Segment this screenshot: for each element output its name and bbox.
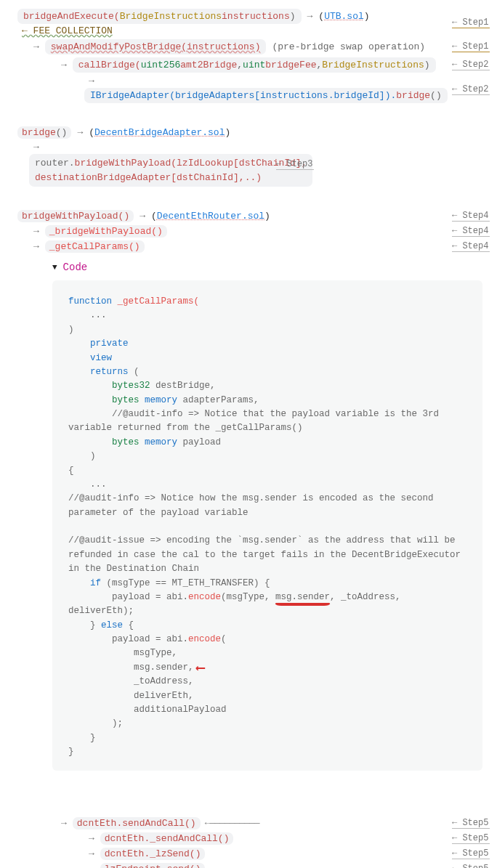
type: BridgeInstructions [322, 60, 424, 70]
call-bridgeWithPayload-top: bridgeWithPayload() → (DecentEthRouter.s… [0, 208, 497, 224]
code-line: additionalPayload [68, 705, 227, 715]
chip-ibridgeadapter: IBridgeAdapter(bridgeAdapters[instructio… [84, 88, 448, 103]
call-_getCallParams: → _getCallParams() ← Step4 [0, 239, 497, 254]
code-line: } [68, 747, 74, 757]
arrow-right: → [33, 41, 39, 52]
file-link-decentethrouter[interactable]: DecentEthRouter.sol [157, 211, 264, 222]
chip-bridgeAndExecute: bridgeAndExecute(BridgeInstructions inst… [17, 9, 302, 24]
code-line: ... [68, 479, 107, 490]
step-label: ← Step4 [452, 241, 490, 252]
kw: private [68, 338, 129, 349]
kw: else [101, 620, 123, 630]
chip-sendAndCall: dcntEth.sendAndCall() [73, 817, 201, 830]
arrow-right: → [33, 142, 39, 153]
step-label: ← Step4 [452, 226, 490, 237]
chip-lzEndpoint-send: lzEndpoint.send() [100, 863, 206, 868]
kw: memory [145, 437, 177, 447]
call-_bridgeWithPayload: → _bridgeWithPayload() ← Step4 [0, 224, 497, 239]
sep: , [237, 60, 243, 70]
arrow-right: → [89, 76, 94, 86]
code-line: (msgType, [221, 592, 275, 602]
code-line: destBridge, [150, 381, 216, 391]
step-label: ← Step2 [452, 84, 490, 95]
type: uint [243, 60, 265, 70]
chip-_sendAndCall: dcntEth._sendAndCall() [100, 832, 234, 845]
code-line: (msgType == MT_ETH_TRANSFER) { [101, 578, 270, 588]
code-toggle[interactable]: ▼ Code [52, 261, 497, 273]
code-line: deliverEth, [68, 691, 194, 701]
file-link-decentbridgeadapter[interactable]: DecentBridgeAdapter.sol [94, 127, 225, 138]
comment: //@audit-info => Notice that the payload… [68, 409, 445, 433]
code-line: ); [68, 718, 123, 729]
code-line: msgType, [68, 648, 177, 658]
call-dcntEth-_lzSend: → dcntEth._lzSend() ← Step5 [0, 846, 497, 861]
file-link-utb[interactable]: UTB.sol [324, 11, 364, 22]
fn: dcntEth.sendAndCall() [77, 818, 196, 829]
code-line: ( [129, 367, 140, 377]
fn: bridgeWithPayload(lzIdLookup[dstChainId]… [35, 158, 307, 183]
highlight-msg-sender-underline: msg.sender [275, 592, 330, 602]
file-ref: (DecentEthRouter.sol) [151, 211, 270, 222]
call-router-bridgeWithPayload: → router.bridgeWithPayload(lzIdLookup[ds… [0, 140, 497, 188]
code-line: { [68, 466, 74, 476]
step-label: ← Step4 [452, 211, 490, 222]
comment: //@audit-issue => encoding the `msg.send… [68, 535, 466, 574]
step-label: ← Step2 [452, 60, 490, 70]
kw: if [68, 578, 101, 588]
code-line: } [68, 733, 96, 743]
arg: instructions [222, 11, 290, 22]
chip-_lzSend: dcntEth._lzSend() [100, 848, 206, 860]
code-toggle-label: Code [63, 261, 88, 273]
step-label: ← Step1 [452, 17, 490, 28]
code-line: ) [68, 451, 96, 461]
code-line: payload = abi. [68, 634, 188, 644]
call-lzEndpoint-send: → lzEndpoint.send() ← Step5 [0, 861, 497, 868]
code-line: ( [221, 634, 227, 644]
fn: callBridge( [78, 60, 141, 70]
step-label: ← Step3 [276, 159, 314, 170]
code-block-getcallparams: function _getCallParams( ... ) private v… [52, 280, 482, 771]
arrow-right: → [61, 60, 67, 70]
call-bridgeAndExecute: bridgeAndExecute(BridgeInstructions inst… [0, 7, 497, 38]
step-label: ← Step5 [452, 848, 490, 859]
chip-callBridge: callBridge(uint256 amt2Bridge, uint brid… [73, 57, 436, 73]
code-line: ... [68, 310, 107, 320]
fn: dcntEth._sendAndCall() [105, 833, 230, 844]
fn: bridge [396, 90, 430, 101]
kw: view [68, 353, 112, 363]
paren: () [430, 90, 442, 101]
code-line: _toAddress, [68, 676, 194, 686]
ty: bytes [68, 395, 145, 405]
back-reference-line: ←—————————— [205, 818, 259, 829]
ty: bytes32 [68, 381, 150, 391]
arg: amt2Bridge [180, 60, 237, 70]
step-label: ← Step1 [452, 41, 490, 52]
file-ref: (UTB.sol) [318, 11, 369, 22]
fn: bridge [22, 127, 56, 138]
chevron-down-icon: ▼ [52, 263, 57, 272]
fn: encode [188, 634, 221, 644]
step-label: ← Step5 [452, 864, 490, 868]
type: uint256 [141, 60, 181, 70]
chip-router-bwp: router.bridgeWithPayload(lzIdLookup[dstC… [29, 154, 312, 187]
fn: encode [188, 592, 221, 602]
fn: _getCallParams( [112, 296, 199, 307]
arrow-right: → [89, 833, 94, 844]
arrow-right: → [307, 11, 313, 22]
chip-_getCallParams: _getCallParams() [45, 240, 145, 253]
paren: () [56, 127, 68, 138]
chip-bridge: bridge() [17, 126, 71, 139]
obj: router. [35, 158, 75, 169]
ty: bytes [68, 437, 145, 447]
fn: bridgeWithPayload() [22, 211, 129, 222]
file-ref: (DecentBridgeAdapter.sol) [89, 127, 230, 138]
call-swapAndModifyPostBridge: → swapAndModifyPostBridge(instructions) … [0, 38, 497, 56]
fn: swapAndModifyPostBridge(instructions) [51, 41, 261, 52]
paren: ) [424, 60, 430, 70]
chip-_bridgeWithPayload: _bridgeWithPayload() [45, 225, 167, 238]
chip-bridgeWithPayload: bridgeWithPayload() [17, 210, 134, 222]
arrow-right: → [89, 848, 94, 859]
call-callBridge: → callBridge(uint256 amt2Bridge, uint br… [0, 56, 497, 74]
fee-collection-note: ← FEE COLLECTION [22, 25, 113, 36]
code-line: payload = abi. [68, 592, 188, 602]
